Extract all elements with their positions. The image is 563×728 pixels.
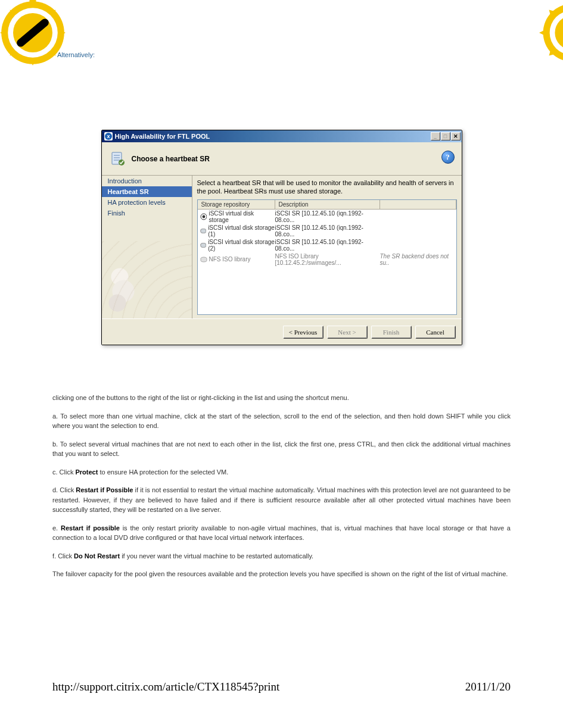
para-e-post: is the only restart priority available t… (52, 524, 511, 542)
sr-name: iSCSI virtual disk storage (1) (208, 224, 275, 238)
para-c: c. Click Protect to ensure HA protection… (52, 467, 511, 477)
nav-item-introduction[interactable]: Introduction (102, 176, 192, 186)
help-button[interactable]: ? (441, 151, 455, 164)
disk-icon (200, 227, 207, 235)
wizard-nav: Introduction Heartbeat SR HA protection … (102, 176, 192, 318)
footer-url: http://support.citrix.com/article/CTX118… (52, 680, 279, 693)
sr-list-header: Storage repository Description (198, 200, 456, 210)
next-button[interactable]: Next > (327, 326, 368, 339)
sr-desc: iSCSI SR [10.12.45.10 (iqn.1992-08.co... (275, 239, 380, 252)
corner-badge-right[interactable] (539, 0, 563, 65)
window-close-button[interactable]: ✕ (451, 132, 461, 140)
sr-row[interactable]: iSCSI virtual disk storage (1) iSCSI SR … (198, 224, 456, 238)
wizard-step-title: Choose a heartbeat SR (132, 155, 210, 163)
para-failover: The failover capacity for the pool given… (52, 569, 511, 579)
sr-name: iSCSI virtual disk storage (2) (208, 239, 275, 252)
para-a: a. To select more than one virtual machi… (52, 411, 511, 431)
col-storage-repository[interactable]: Storage repository (198, 200, 275, 209)
sr-note (380, 239, 456, 252)
nav-item-heartbeat-sr[interactable]: Heartbeat SR (102, 186, 192, 197)
window-titlebar[interactable]: x High Availability for FTL POOL _ □ ✕ (102, 130, 462, 142)
sr-row[interactable]: iSCSI virtual disk storage iSCSI SR [10.… (198, 210, 456, 224)
app-icon: x (104, 132, 113, 140)
sr-desc: NFS ISO Library [10.12.45.2:/swimages/..… (275, 253, 380, 266)
para-e: e. Restart if possible is the only resta… (52, 523, 511, 543)
gear-icon (0, 0, 66, 65)
sr-desc: iSCSI SR [10.12.45.10 (iqn.1992-08.co... (275, 224, 380, 238)
para-c-pre: c. Click (52, 468, 76, 476)
para-b: b. To select several virtual machines th… (52, 439, 511, 459)
para-fragment: clicking one of the buttons to the right… (52, 393, 511, 403)
window-maximize-button[interactable]: □ (441, 132, 450, 140)
svg-text:x: x (107, 133, 110, 139)
col-description[interactable]: Description (275, 200, 380, 209)
window-minimize-button[interactable]: _ (431, 132, 440, 140)
sr-row[interactable]: NFS ISO library NFS ISO Library [10.12.4… (198, 252, 456, 267)
sr-name: iSCSI virtual disk storage (209, 210, 275, 223)
para-c-bold: Protect (76, 468, 98, 476)
para-f-bold: Do Not Restart (74, 552, 120, 560)
gear-icon (539, 0, 563, 65)
sr-desc: iSCSI SR [10.12.45.10 (iqn.1992-08.co... (275, 210, 380, 223)
svg-point-33 (202, 215, 205, 218)
sr-name: NFS ISO library (209, 256, 251, 263)
wizard-decorative-image (102, 241, 192, 318)
para-e-pre: e. (52, 524, 61, 532)
nav-item-ha-protection[interactable]: HA protection levels (102, 197, 192, 208)
svg-marker-19 (539, 29, 547, 36)
para-d: d. Click Restart if Possible if it is no… (52, 485, 511, 515)
corner-badge-left[interactable] (0, 0, 66, 65)
sr-note (380, 224, 456, 238)
nav-item-finish[interactable]: Finish (102, 208, 192, 218)
sr-note: The SR backend does not su.. (380, 253, 456, 266)
para-d-bold: Restart if Possible (76, 486, 133, 493)
window-title: High Availability for FTL POOL (115, 133, 430, 140)
wizard-button-bar: < Previous Next > Finish Cancel (102, 318, 462, 345)
para-f-post: if you never want the virtual machine to… (120, 552, 313, 560)
finish-button[interactable]: Finish (371, 326, 412, 339)
disk-icon (200, 256, 207, 263)
radio-selected-icon (200, 213, 207, 220)
para-e-bold: Restart if possible (61, 524, 120, 532)
sr-row[interactable]: iSCSI virtual disk storage (2) iSCSI SR … (198, 238, 456, 252)
para-d-pre: d. Click (52, 486, 76, 493)
para-c-post: to ensure HA protection for the selected… (98, 468, 228, 476)
previous-button[interactable]: < Previous (283, 326, 324, 339)
footer-date: 2011/1/20 (465, 680, 511, 693)
alt-text: Alternatively: (57, 51, 511, 58)
sr-listview[interactable]: Storage repository Description iSCS (197, 199, 457, 315)
sr-note (380, 210, 456, 223)
para-f: f. Click Do Not Restart if you never wan… (52, 551, 511, 561)
para-f-pre: f. Click (52, 552, 74, 560)
cancel-button[interactable]: Cancel (415, 326, 456, 339)
ha-wizard-dialog: x High Availability for FTL POOL _ □ ✕ (101, 130, 462, 345)
wizard-step-icon (110, 151, 126, 167)
wizard-instruction: Select a heartbeat SR that will be used … (197, 179, 457, 196)
disk-icon (200, 242, 207, 249)
